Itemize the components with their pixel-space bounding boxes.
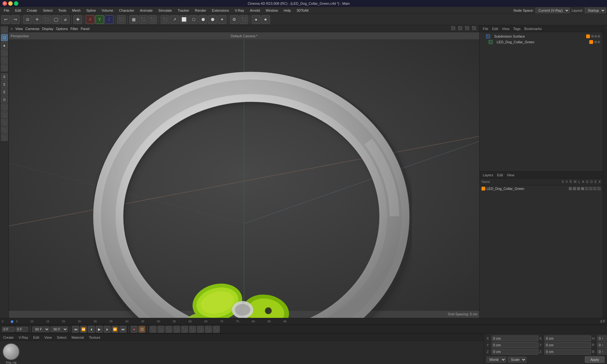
mat-menu-create[interactable]: Create [2,336,15,339]
menu-extensions[interactable]: Extensions [210,8,232,13]
tool-point[interactable]: ⬛ [1,57,8,64]
effector-button[interactable]: ⬢ [199,15,207,24]
viewport-render-icon[interactable]: ⬛ [458,26,463,32]
menu-3dtoall[interactable]: 3DToAll [294,8,311,13]
coord-y-rot-input[interactable] [544,342,591,348]
pb-icon-2[interactable]: ⬛ [157,326,164,333]
coord-y-pos-input[interactable] [492,342,538,348]
transform-button[interactable]: ⌀ [61,15,70,24]
pb-icon-1[interactable]: ⬛ [150,326,156,333]
tool-paint[interactable]: ⬛ [1,119,8,126]
minimize-button[interactable]: – [8,1,13,6]
pb-icon-6[interactable]: ⬛ [189,326,196,333]
x-axis-button[interactable]: X [86,15,95,24]
frame-current-input[interactable] [15,327,28,332]
spline-button[interactable]: ↗ [170,15,179,24]
obj-item-subdivision[interactable]: ⬛ Subdivision Surface [481,33,601,39]
menu-mesh[interactable]: Mesh [70,8,83,13]
viewport-menu-options[interactable]: Options [56,27,68,31]
material-ball-dog[interactable] [3,343,20,360]
menu-character[interactable]: Character [116,8,137,13]
layers-menu-edit[interactable]: Edit [496,173,504,177]
viewport-menu-icon[interactable]: ≡ [11,27,13,31]
tool-poly[interactable]: ▲ [1,42,8,49]
menu-spline[interactable]: Spline [84,8,99,13]
menu-window[interactable]: Window [263,8,280,13]
timeline-cursor[interactable] [11,320,13,323]
z-axis-button[interactable]: Z [105,15,113,24]
layers-menu-layers[interactable]: Layers [481,173,494,177]
menu-select[interactable]: Select [40,8,55,13]
tool-knife[interactable]: ⬛ [1,111,8,118]
tool-brush[interactable]: ⬛ [1,104,8,111]
settings-button[interactable]: ⚙ [230,15,239,24]
mat-menu-material[interactable]: Material [70,336,85,339]
node-space-select[interactable]: Current (V-Ray) [536,8,570,13]
menu-vray[interactable]: V-Ray [232,8,247,13]
render-region-button[interactable]: ▦ [129,15,138,24]
pb-icon-8[interactable]: ⬛ [205,326,212,333]
objects-menu-edit[interactable]: Edit [491,27,500,31]
menu-help[interactable]: Help [281,8,293,13]
objects-menu-file[interactable]: File [481,27,490,31]
prev-frame-button[interactable]: ⏪ [80,326,87,333]
mat-menu-texture[interactable]: Texture [88,336,101,339]
viewport-safe-frame-icon[interactable]: ⬛ [451,26,457,32]
viewport[interactable]: ≡ View Cameras Display Options Filter Pa… [9,25,479,318]
redo-button[interactable]: ↪ [11,15,20,24]
tool-s3[interactable]: S [1,88,8,95]
deformer-button[interactable]: ⬡ [189,15,198,24]
viewport-menu-panel[interactable]: Panel [81,27,89,31]
menu-edit[interactable]: Edit [13,8,24,13]
live-selection-button[interactable]: ⊙ [23,15,32,24]
objects-menu-bookmarks[interactable]: Bookmarks [523,27,543,31]
layer-item-collar[interactable]: LED_Dog_Collar_Green ○ □ □ ▶ ⬛ ⬛ ⬛ ⬛ [480,186,602,191]
viewport-enhance-icon[interactable]: ⬛ [465,26,470,32]
obj-item-collar[interactable]: ⬛ LED_Dog_Collar_Green [481,39,601,45]
menu-tracker[interactable]: Tracker [175,8,192,13]
pb-icon-9[interactable]: ⬛ [213,326,220,333]
preview-start-select[interactable]: 90 F [32,326,50,332]
coord-scale-select[interactable]: Scale Size [508,357,526,362]
scale-button[interactable]: ⬛ [42,15,51,24]
next-frame-button[interactable]: ⏩ [112,326,119,333]
coord-apply-button[interactable]: Apply [585,356,604,363]
tool-s2[interactable]: S [1,81,8,88]
tool-mesh[interactable]: ⬡ [1,34,8,41]
coord-z-rot-input[interactable] [544,349,591,355]
camera-button[interactable]: ⬣ [208,15,217,24]
tool-edge[interactable]: ⬛ [1,49,8,56]
close-button[interactable]: ✕ [3,1,7,6]
play-back-button[interactable]: ⏴ [88,326,95,333]
objects-menu-tags[interactable]: Tags [512,27,522,31]
add-object-button[interactable]: ✚ [73,15,82,24]
menu-file[interactable]: File [1,8,12,13]
coord-y-size-input[interactable] [597,342,607,348]
viewport-canvas[interactable]: Perspective Default Camera:* [9,32,479,318]
mat-menu-select[interactable]: Select [56,336,68,339]
tool-s1[interactable]: S [1,73,8,80]
menu-tools[interactable]: Tools [56,8,69,13]
render-view-button[interactable]: ⬛ [139,15,148,24]
tool-layout[interactable]: ⬛ [1,126,8,133]
goto-start-button[interactable]: ⏮ [72,326,79,333]
pb-icon-5[interactable]: ⬛ [181,326,188,333]
coord-x-size-input[interactable] [597,336,607,341]
layout-select[interactable]: Startup [585,8,606,13]
viewport-menu-cameras[interactable]: Cameras [25,27,40,31]
menu-create[interactable]: Create [24,8,40,13]
floor-button[interactable]: ⬛ [239,15,248,24]
pb-icon-4[interactable]: ⬛ [173,326,180,333]
preview-end-select[interactable]: 90 F [51,326,68,332]
play-button[interactable]: ▶ [96,326,103,333]
layers-menu-view[interactable]: View [506,173,516,177]
tool-layers[interactable]: ⬛ [1,134,8,141]
coord-x-rot-input[interactable] [544,336,591,341]
mat-menu-view[interactable]: View [43,336,53,339]
y-axis-button[interactable]: Y [95,15,104,24]
mat-menu-edit[interactable]: Edit [32,336,40,339]
frame-start-input[interactable] [2,327,15,332]
move-button[interactable]: ✛ [33,15,41,24]
menu-volume[interactable]: Volume [99,8,116,13]
menu-arnold[interactable]: Arnold [247,8,262,13]
